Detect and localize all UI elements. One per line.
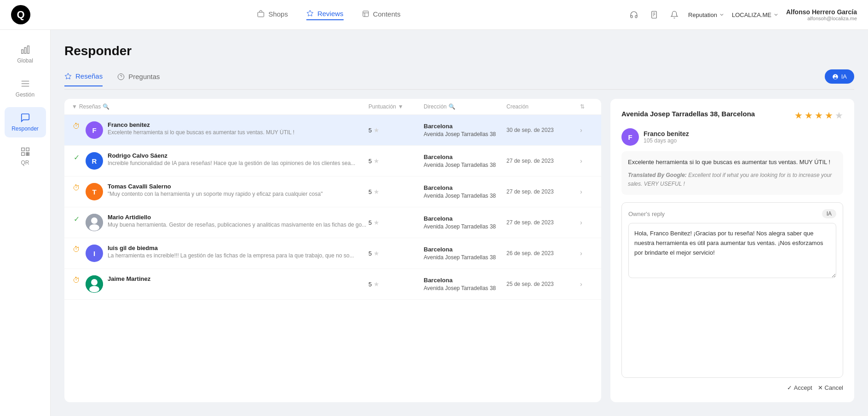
panels-container: ▼ Reseñas 🔍 Puntuación ▼ Dirección 🔍 Cre… [64, 99, 854, 402]
star-1: ★ [794, 110, 803, 121]
detail-stars: ★ ★ ★ ★ ★ [794, 110, 843, 121]
reviewer-info: ✓ R Rodrigo Calvo Sáenz Increible funcio… [72, 152, 368, 170]
search-icon-header[interactable]: 🔍 [103, 103, 109, 110]
row-expand-btn[interactable]: › [580, 188, 594, 195]
table-row[interactable]: ⏱ Jaime Martinez 5 ★ [64, 269, 601, 300]
gear-icon [832, 74, 839, 80]
avatar: T [86, 183, 103, 200]
tab-resenas[interactable]: Reseñas [64, 72, 103, 86]
table-row[interactable]: ⏱ I luis gil de biedma La herramienta es… [64, 238, 601, 269]
localiza-dropdown[interactable]: LOCALIZA.ME [732, 11, 779, 18]
filter-puntuacion-icon: ▼ [398, 103, 403, 110]
review-translated: Translated By Google: Excellent tool if … [628, 171, 837, 188]
detail-header: Avenida Josep Tarradellas 38, Barcelona … [621, 110, 843, 121]
table-header: ▼ Reseñas 🔍 Puntuación ▼ Dirección 🔍 Cre… [64, 99, 601, 115]
reply-icon [20, 113, 30, 123]
table-row[interactable]: ⏱ F Franco benitez Excelente herramienta… [64, 115, 601, 146]
nav-reviews[interactable]: Reviews [306, 10, 344, 20]
svg-point-29 [91, 279, 98, 285]
headphones-icon-btn[interactable] [627, 8, 640, 21]
accept-button[interactable]: ✓ Accept [787, 384, 812, 391]
top-nav: Q Shops Reviews Contents Reputation [0, 0, 868, 30]
star-tab-icon [64, 73, 72, 80]
sidebar-item-global[interactable]: Global [5, 39, 46, 69]
ia-badge-btn[interactable]: IA [822, 209, 836, 218]
score-cell: 5 ★ [368, 219, 424, 226]
nav-right: Reputation LOCALIZA.ME Alfonso Herrero G… [627, 8, 857, 21]
row-expand-btn[interactable]: › [580, 157, 594, 165]
tabs-bar: Reseñas Preguntas IA [64, 69, 854, 90]
score-cell: 5 ★ [368, 250, 424, 257]
reputation-dropdown[interactable]: Reputation [688, 11, 724, 18]
avatar: F [86, 121, 103, 139]
list-icon [20, 79, 30, 89]
address-cell: Barcelona Avenida Josep Tarradellas 38 [424, 122, 506, 138]
svg-rect-21 [28, 154, 29, 156]
svg-marker-1 [307, 10, 313, 16]
score-cell: 5 ★ [368, 280, 424, 288]
reviews-panel: ▼ Reseñas 🔍 Puntuación ▼ Dirección 🔍 Cre… [64, 99, 601, 402]
address-cell: Barcelona Avenida Josep Tarradellas 38 [424, 153, 506, 169]
score-cell: 5 ★ [368, 157, 424, 165]
document-icon-btn[interactable] [648, 8, 661, 21]
row-expand-btn[interactable]: › [580, 126, 594, 134]
header-resenas: ▼ Reseñas 🔍 [72, 103, 368, 110]
reviewer-text: Franco benitez Excelente herramienta si … [108, 121, 368, 136]
reviewer-text: luis gil de biedma La herramienta es inc… [108, 245, 368, 259]
detail-panel: Avenida Josep Tarradellas 38, Barcelona … [610, 99, 854, 402]
sidebar: Global Gestión Responder QR [0, 30, 51, 416]
search-direccion-icon[interactable]: 🔍 [448, 103, 455, 110]
ia-button[interactable]: IA [825, 69, 854, 84]
row-expand-btn[interactable]: › [580, 280, 594, 288]
star-icon: ★ [374, 126, 379, 134]
address-cell: Barcelona Avenida Josep Tarradellas 38 [424, 184, 506, 200]
date-cell: 26 de sep. de 2023 [506, 250, 580, 256]
owner-reply-section: Owner's reply IA Hola, Franco Benitez! ¡… [621, 202, 843, 378]
row-expand-btn[interactable]: › [580, 219, 594, 226]
address-cell: Barcelona Avenida Josep Tarradellas 38 [424, 215, 506, 231]
header-expand: ⇅ [580, 103, 594, 110]
reviewer-info: ✓ Mario Artidiello Muy buena herramienta… [72, 214, 368, 231]
date-cell: 30 de sep. de 2023 [506, 127, 580, 133]
star-icon: ★ [374, 188, 379, 195]
reviewer-text: Tomas Cavalli Salerno "Muy contento con … [108, 183, 368, 197]
chevron-down-icon-localiza [773, 12, 779, 17]
svg-point-30 [89, 286, 99, 292]
svg-rect-16 [26, 148, 29, 151]
row-expand-btn[interactable]: › [580, 250, 594, 257]
date-cell: 25 de sep. de 2023 [506, 281, 580, 287]
tab-preguntas[interactable]: Preguntas [117, 73, 160, 86]
table-row[interactable]: ✓ Mario Artidiello Muy buena herramienta… [64, 207, 601, 238]
question-tab-icon [117, 73, 125, 80]
star-icon: ★ [374, 250, 379, 257]
status-replied-icon: ✓ [72, 153, 81, 162]
reviewer-info: ⏱ F Franco benitez Excelente herramienta… [72, 121, 368, 139]
table-row[interactable]: ✓ R Rodrigo Calvo Sáenz Increible funcio… [64, 146, 601, 177]
nav-shops[interactable]: Shops [257, 10, 288, 20]
reviewer-info: ⏱ Jaime Martinez [72, 275, 368, 293]
table-row[interactable]: ⏱ T Tomas Cavalli Salerno "Muy contento … [64, 177, 601, 207]
svg-point-26 [91, 217, 98, 224]
reply-textarea[interactable]: Hola, Franco Benitez! ¡Gracias por tu re… [628, 223, 836, 278]
sidebar-item-responder[interactable]: Responder [5, 107, 46, 137]
filter-icon: ▼ [72, 103, 77, 110]
owner-reply-header: Owner's reply IA [628, 209, 836, 218]
owner-reply-label: Owner's reply [628, 211, 665, 217]
sidebar-item-qr[interactable]: QR [5, 141, 46, 171]
nav-contents[interactable]: Contents [362, 10, 401, 20]
sidebar-item-gestion[interactable]: Gestión [5, 73, 46, 103]
nav-center: Shops Reviews Contents [30, 10, 627, 20]
reviews-icon [306, 10, 314, 17]
star-icon: ★ [374, 157, 379, 165]
reviewer-text: Rodrigo Calvo Sáenz Increible funcionali… [108, 152, 368, 166]
status-replied-icon: ✓ [72, 215, 81, 223]
cancel-button[interactable]: ✕ Cancel [818, 384, 843, 391]
star-4: ★ [825, 110, 833, 121]
svg-rect-9 [21, 50, 23, 53]
svg-rect-11 [27, 46, 29, 54]
svg-point-23 [118, 74, 124, 80]
star-5: ★ [835, 110, 843, 121]
reviewer-info: ⏱ I luis gil de biedma La herramienta es… [72, 245, 368, 262]
svg-point-27 [89, 224, 99, 231]
bell-icon-btn[interactable] [668, 8, 681, 21]
